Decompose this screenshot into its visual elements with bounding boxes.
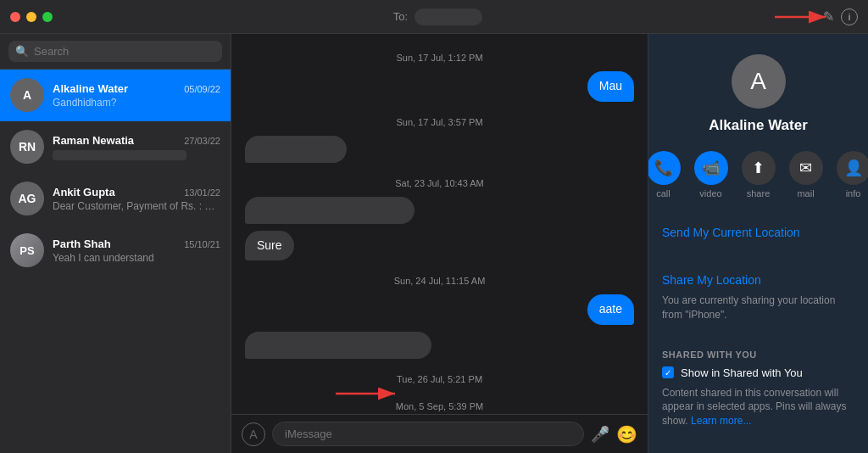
timestamp-1: Sun, 17 Jul, 1:12 PM	[245, 53, 634, 63]
bubble-received-1	[245, 136, 347, 163]
timestamp-2: Sun, 17 Jul, 3:57 PM	[245, 117, 634, 127]
info-panel: A Alkaline Water 📞 call 📹 video ⬆ share …	[648, 34, 868, 453]
shared-with-you-label: SHARED WITH YOU	[662, 350, 854, 360]
conv-name-ankit-gupta: Ankit Gupta	[53, 186, 115, 199]
timestamp-3: Sat, 23 Jul, 10:43 AM	[245, 178, 634, 188]
avatar-raman-newatia: RN	[10, 130, 44, 164]
show-in-shared-row[interactable]: ✓ Show in Shared with You	[662, 366, 854, 379]
avatar-alkaline-water: A	[10, 78, 44, 112]
call-button-label: call	[656, 188, 670, 199]
chat-area: Sun, 17 Jul, 1:12 PM Mau Sun, 17 Jul, 3:…	[231, 34, 648, 453]
share-location-section: Share My Location You are currently shar…	[648, 263, 868, 329]
show-in-shared-label: Show in Shared with You	[681, 366, 803, 379]
bubble-received-3	[245, 332, 431, 359]
bubble-sent-2: aate	[587, 294, 634, 325]
conv-preview-alkaline-water: Gandhidham?	[53, 97, 220, 109]
search-bar: 🔍	[0, 34, 231, 70]
message-received-3	[245, 332, 634, 359]
conv-info-parth-shah: Parth Shah 15/10/21 Yeah I can understan…	[53, 238, 220, 264]
timestamp-5: Tue, 26 Jul, 5:21 PM	[245, 374, 634, 384]
contact-avatar-large: A	[732, 54, 786, 109]
search-icon: 🔍	[15, 45, 29, 58]
info-action-label: info	[846, 188, 861, 199]
info-action-circle[interactable]: 👤	[837, 151, 869, 185]
compose-icon[interactable]: ✎	[823, 8, 834, 25]
recipient-field[interactable]	[415, 8, 482, 25]
title-bar-center: To:	[53, 8, 823, 25]
title-bar: To: ✎ i	[0, 0, 868, 34]
bubble-received-2	[245, 197, 415, 224]
message-sent-2: aate	[245, 294, 634, 325]
action-buttons: 📞 call 📹 video ⬆ share ✉ mail 👤 info	[648, 148, 868, 202]
minimize-button[interactable]	[26, 12, 36, 22]
contact-name-large: Alkaline Water	[709, 117, 808, 134]
conv-preview-raman-newatia	[53, 150, 186, 160]
conversation-list: A Alkaline Water 05/09/22 Gandhidham? RN…	[0, 70, 231, 453]
show-in-shared-checkbox[interactable]: ✓	[662, 366, 674, 378]
share-button-circle[interactable]: ⬆	[742, 151, 776, 185]
conv-name-raman-newatia: Raman Newatia	[53, 134, 134, 147]
conv-info-ankit-gupta: Ankit Gupta 13/01/22 Dear Customer, Paym…	[53, 186, 220, 212]
conv-preview-parth-shah: Yeah I can understand	[53, 252, 220, 264]
emoji-icon[interactable]: 😊	[616, 424, 637, 445]
conversation-item-raman-newatia[interactable]: RN Raman Newatia 27/03/22	[0, 121, 231, 173]
message-input[interactable]	[272, 422, 584, 446]
close-button[interactable]	[10, 12, 20, 22]
send-location-section: Send My Current Location	[648, 215, 868, 249]
message-received-2	[245, 197, 634, 224]
bubble-sure: Sure	[245, 231, 294, 261]
search-input[interactable]	[34, 45, 215, 58]
show-in-shared-desc: Content shared in this conversation will…	[662, 386, 854, 428]
mail-button-label: mail	[797, 188, 814, 199]
send-location-link[interactable]: Send My Current Location	[662, 222, 854, 243]
video-button-circle[interactable]: 📹	[694, 151, 728, 185]
conversation-item-ankit-gupta[interactable]: AG Ankit Gupta 13/01/22 Dear Customer, P…	[0, 173, 231, 225]
timestamp-4: Sun, 24 Jul, 11:15 AM	[245, 276, 634, 286]
call-action[interactable]: 📞 call	[648, 151, 681, 199]
avatar-ankit-gupta: AG	[10, 182, 44, 215]
conv-preview-ankit-gupta: Dear Customer, Payment of Rs. : 116457.0…	[53, 200, 220, 212]
conv-name-parth-shah: Parth Shah	[53, 238, 111, 250]
share-location-text: You are currently sharing your location …	[662, 294, 854, 322]
conv-date-raman-newatia: 27/03/22	[184, 136, 220, 146]
search-input-wrap: 🔍	[8, 41, 222, 62]
chat-messages: Sun, 17 Jul, 1:12 PM Mau Sun, 17 Jul, 3:…	[231, 34, 648, 414]
video-button-label: video	[699, 188, 721, 199]
message-sent-1: Mau	[245, 71, 634, 102]
mail-action[interactable]: ✉ mail	[789, 151, 823, 199]
sidebar: 🔍 A Alkaline Water 05/09/22 Gandhidham? …	[0, 34, 231, 453]
conv-date-ankit-gupta: 13/01/22	[184, 187, 220, 198]
share-button-label: share	[747, 188, 771, 199]
info-panel-header: A Alkaline Water	[648, 34, 868, 148]
main-content: 🔍 A Alkaline Water 05/09/22 Gandhidham? …	[0, 34, 868, 453]
mail-button-circle[interactable]: ✉	[789, 151, 823, 185]
share-location-link[interactable]: Share My Location	[662, 270, 854, 290]
video-action[interactable]: 📹 video	[694, 151, 728, 199]
audio-waveform-icon[interactable]: 🎤	[591, 425, 609, 444]
conversation-item-parth-shah[interactable]: PS Parth Shah 15/10/21 Yeah I can unders…	[0, 225, 231, 277]
conv-date-alkaline-water: 05/09/22	[184, 84, 220, 94]
shared-with-you-section: SHARED WITH YOU ✓ Show in Shared with Yo…	[648, 343, 868, 445]
title-bar-right: ✎ i	[823, 8, 858, 25]
maximize-button[interactable]	[42, 12, 53, 22]
share-action[interactable]: ⬆ share	[742, 151, 776, 199]
message-received-1	[245, 136, 634, 163]
avatar-parth-shah: PS	[10, 233, 44, 267]
learn-more-link[interactable]: Learn more...	[691, 415, 751, 427]
conversation-item-alkaline-water[interactable]: A Alkaline Water 05/09/22 Gandhidham?	[0, 70, 231, 121]
message-input-bar: A 🎤 😊	[231, 414, 648, 453]
conv-date-parth-shah: 15/10/21	[184, 239, 220, 249]
conv-name-alkaline-water: Alkaline Water	[53, 82, 128, 95]
timestamp-6: Mon, 5 Sep, 5:39 PM	[245, 401, 634, 411]
info-action[interactable]: 👤 info	[837, 151, 869, 199]
call-button-circle[interactable]: 📞	[648, 151, 681, 185]
conv-info-alkaline-water: Alkaline Water 05/09/22 Gandhidham?	[53, 82, 220, 109]
info-button[interactable]: i	[841, 8, 858, 25]
app-store-icon[interactable]: A	[242, 422, 265, 446]
message-sure: Sure	[245, 231, 634, 261]
bubble-sent-1: Mau	[587, 71, 634, 102]
conv-info-raman-newatia: Raman Newatia 27/03/22	[53, 134, 220, 160]
window-controls	[10, 12, 53, 22]
to-label: To:	[393, 10, 408, 23]
